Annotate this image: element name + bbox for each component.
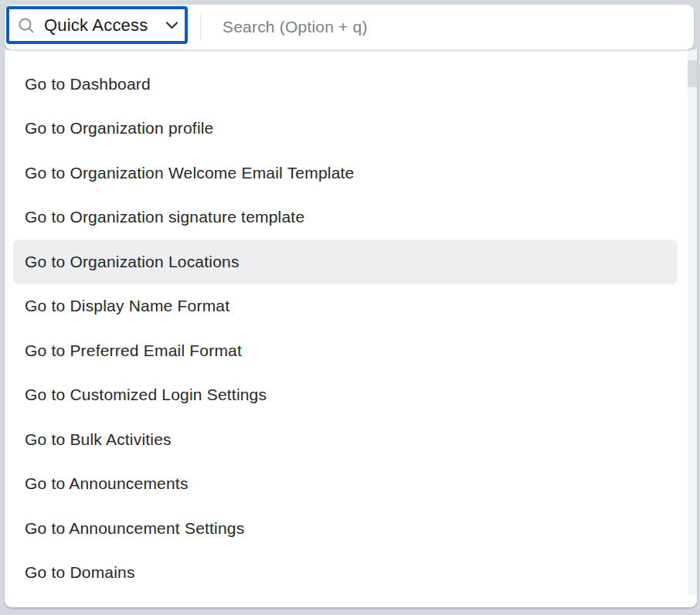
menu-item[interactable]: Go to Customized Login Settings — [13, 373, 678, 418]
menu-item[interactable]: Go to Organization Welcome Email Templat… — [13, 151, 678, 195]
quick-access-label: Quick Access — [44, 15, 148, 36]
quick-access-dropdown: Go to DashboardGo to Organization profil… — [5, 49, 697, 607]
menu-item[interactable]: Go to Announcements — [13, 462, 678, 507]
menu-item[interactable]: Go to Organization signature template — [13, 195, 678, 240]
menu-item[interactable]: Go to Display Name Format — [13, 284, 678, 329]
menu-item[interactable]: Go to Domains — [13, 551, 678, 596]
search-bar: Quick Access — [5, 5, 694, 49]
menu-item[interactable]: Go to Dashboard — [13, 62, 678, 107]
quick-access-overlay: Quick Access Go to DashboardGo to Organi… — [0, 0, 700, 615]
scrollbar-thumb[interactable] — [688, 60, 697, 87]
menu-item[interactable]: Go to Bulk Activities — [13, 417, 678, 462]
menu-item[interactable]: Go to Organization profile — [13, 107, 678, 151]
quick-access-menu: Go to DashboardGo to Organization profil… — [5, 49, 688, 595]
menu-item[interactable]: Go to Organization Locations — [13, 240, 678, 284]
scrollbar-track[interactable] — [688, 49, 697, 595]
search-bar-divider — [200, 14, 201, 40]
search-input[interactable] — [213, 8, 695, 46]
chevron-down-icon — [165, 21, 178, 30]
menu-item[interactable]: Go to Preferred Email Format — [13, 328, 678, 373]
menu-item[interactable]: Go to Announcement Settings — [13, 506, 678, 551]
quick-access-selector[interactable]: Quick Access — [6, 6, 188, 44]
search-icon — [18, 17, 35, 34]
